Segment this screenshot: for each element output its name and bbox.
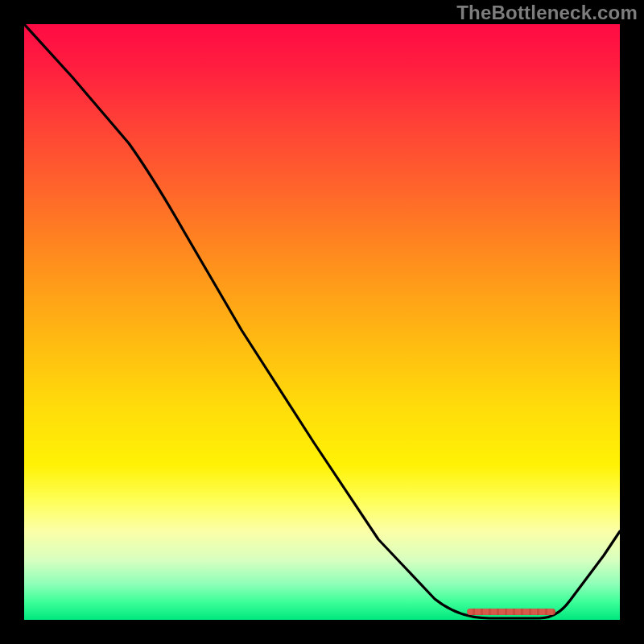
chart-frame: TheBottleneck.com xyxy=(0,0,644,644)
curve-path xyxy=(24,24,620,618)
watermark-text: TheBottleneck.com xyxy=(456,2,638,24)
plot-area xyxy=(24,24,620,620)
bottleneck-curve xyxy=(24,24,620,620)
optimal-range-marker xyxy=(467,609,555,615)
